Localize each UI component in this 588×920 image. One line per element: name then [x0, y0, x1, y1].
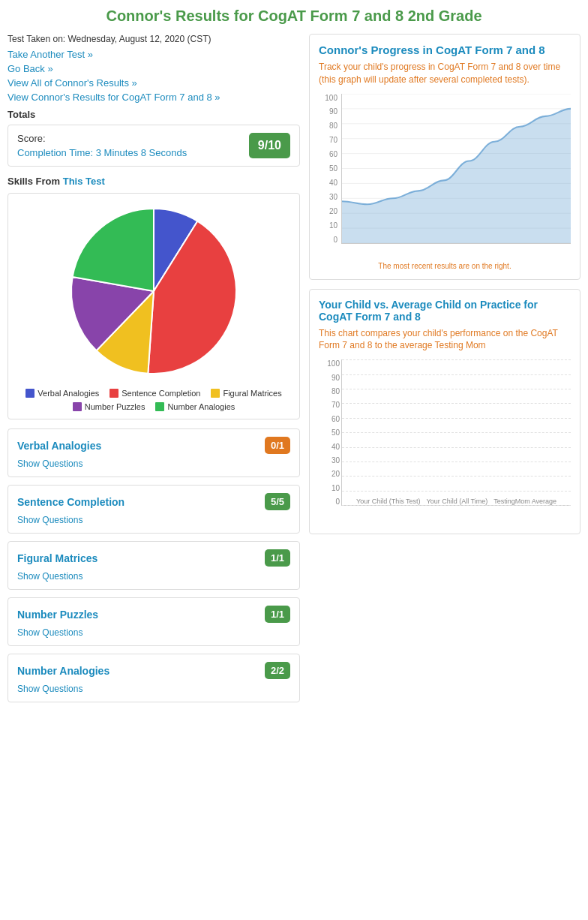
show-questions-link[interactable]: Show Questions — [17, 571, 290, 582]
y-label: 50 — [319, 164, 338, 173]
area-fill — [342, 108, 571, 242]
skill-header: Number Puzzles 1/1 — [17, 606, 290, 623]
go-back-link[interactable]: Go Back » — [8, 63, 300, 74]
legend-color — [211, 389, 220, 398]
view-cogat-results-link[interactable]: View Connor's Results for CogAT Form 7 a… — [8, 92, 300, 103]
skill-cards-container: Verbal Analogies 0/1 Show Questions Sent… — [8, 428, 300, 702]
area-chart-svg — [342, 94, 571, 243]
bar-grid-line — [342, 476, 571, 477]
skill-card: Figural Matrices 1/1 Show Questions — [8, 541, 300, 590]
y-label: 90 — [319, 107, 338, 116]
bar-chart-title: Your Child vs. Average Child on Practice… — [319, 299, 571, 323]
left-column: Test Taken on: Wednesday, August 12, 202… — [8, 34, 300, 710]
legend-label: Figural Matrices — [223, 389, 281, 398]
show-questions-link[interactable]: Show Questions — [17, 684, 290, 694]
bar-plot: Your Child (This Test)Your Child (All Ti… — [341, 359, 571, 506]
legend-color — [110, 389, 118, 398]
bar-grid-line — [342, 374, 571, 375]
area-chart-area: 1009080706050403020100 — [319, 94, 571, 259]
y-label: 0 — [319, 236, 338, 244]
bar-grid-line — [342, 359, 571, 360]
pie-chart — [64, 201, 244, 381]
skill-name: Number Puzzles — [17, 609, 98, 621]
view-all-results-link[interactable]: View All of Connor's Results » — [8, 77, 300, 89]
y-label: 100 — [319, 94, 338, 102]
bar-grid-line — [342, 403, 571, 404]
skill-card: Number Puzzles 1/1 Show Questions — [8, 597, 300, 646]
legend-item: Sentence Completion — [110, 389, 200, 398]
legend-color — [73, 402, 82, 411]
bar-y-label: 100 — [319, 359, 340, 368]
show-questions-link[interactable]: Show Questions — [17, 627, 290, 638]
skill-score-badge: 5/5 — [265, 493, 290, 510]
skill-score-badge: 1/1 — [265, 606, 290, 623]
score-label: Score: — [17, 133, 187, 144]
bar-y-label: 0 — [319, 498, 340, 506]
legend-label: Number Puzzles — [85, 402, 146, 411]
totals-info: Score: Completion Time: 3 Minutes 8 Seco… — [17, 133, 187, 158]
skill-name: Verbal Analogies — [17, 440, 101, 452]
bar-grid-line — [342, 447, 571, 448]
bar-y-label: 50 — [319, 428, 340, 437]
completion-time: Completion Time: 3 Minutes 8 Seconds — [17, 147, 187, 158]
progress-subtitle: Track your child's progress in CogAT For… — [319, 61, 571, 86]
show-questions-link[interactable]: Show Questions — [17, 458, 290, 469]
y-label: 10 — [319, 221, 338, 230]
bar-y-label: 80 — [319, 387, 340, 395]
skill-card: Number Analogies 2/2 Show Questions — [8, 654, 300, 702]
chart-note-highlight: right. — [494, 262, 511, 270]
skills-from-label: Skills From This Test — [8, 176, 300, 187]
totals-label: Totals — [8, 109, 300, 120]
legend-label: Number Analogies — [167, 402, 235, 411]
bar-chart-container: 1009080706050403020100 Your Child (This … — [319, 359, 571, 525]
bar-y-label: 60 — [319, 415, 340, 423]
bar-item: TestingMom Average — [494, 493, 556, 505]
legend-color — [26, 389, 34, 398]
bar-y-label: 70 — [319, 401, 340, 409]
completion-label: Completion Time: — [17, 147, 93, 158]
bar-grid-line — [342, 432, 571, 433]
bar-chart-subtitle: This chart compares your child's perform… — [319, 327, 571, 353]
y-axis-labels: 1009080706050403020100 — [319, 94, 338, 244]
show-questions-link[interactable]: Show Questions — [17, 515, 290, 525]
bar-y-labels: 1009080706050403020100 — [319, 359, 340, 506]
y-label: 20 — [319, 207, 338, 215]
skill-header: Number Analogies 2/2 — [17, 662, 290, 679]
skill-header: Verbal Analogies 0/1 — [17, 437, 290, 454]
skill-score-badge: 0/1 — [265, 437, 290, 454]
bar-x-label: Your Child (This Test) — [356, 498, 421, 505]
y-label: 40 — [319, 179, 338, 187]
progress-card: Connor's Progress in CogAT Form 7 and 8 … — [309, 34, 580, 280]
skill-name: Number Analogies — [17, 665, 110, 677]
completion-value: 3 Minutes 8 Seconds — [96, 147, 187, 158]
bar-x-label: Your Child (All Time) — [426, 498, 488, 505]
take-another-test-link[interactable]: Take Another Test » — [8, 49, 300, 60]
bar-y-label: 40 — [319, 443, 340, 451]
bar-y-label: 20 — [319, 470, 340, 478]
bar-x-label: TestingMom Average — [494, 498, 556, 505]
skill-score-badge: 1/1 — [265, 549, 290, 567]
bar-chart-card: Your Child vs. Average Child on Practice… — [309, 289, 580, 535]
chart-note: The most recent results are on the right… — [319, 262, 571, 270]
legend-color — [155, 402, 164, 411]
pie-legend: Verbal AnalogiesSentence CompletionFigur… — [16, 389, 292, 411]
bar-grid-line — [342, 389, 571, 389]
pie-chart-card: Verbal AnalogiesSentence CompletionFigur… — [8, 193, 300, 419]
legend-label: Sentence Completion — [122, 389, 200, 398]
legend-item: Number Analogies — [155, 402, 235, 411]
totals-card: Score: Completion Time: 3 Minutes 8 Seco… — [8, 125, 300, 167]
bar-grid-line — [342, 418, 571, 419]
y-label: 80 — [319, 122, 338, 130]
test-date: Test Taken on: Wednesday, August 12, 202… — [8, 34, 300, 44]
bar-y-label: 90 — [319, 374, 340, 382]
skill-name: Figural Matrices — [17, 552, 98, 564]
skill-score-badge: 2/2 — [265, 662, 290, 679]
y-label: 60 — [319, 150, 338, 158]
legend-item: Number Puzzles — [73, 402, 146, 411]
skill-header: Sentence Completion 5/5 — [17, 493, 290, 510]
legend-label: Verbal Analogies — [38, 389, 99, 398]
legend-item: Verbal Analogies — [26, 389, 99, 398]
chart-plot — [341, 94, 571, 244]
bar-grid-line — [342, 491, 571, 492]
skill-card: Verbal Analogies 0/1 Show Questions — [8, 428, 300, 477]
